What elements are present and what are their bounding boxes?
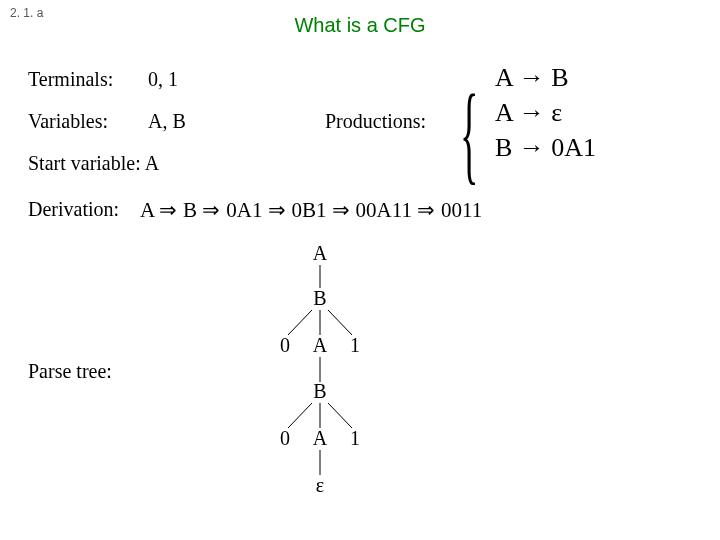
tree-node: ε: [316, 474, 324, 496]
tree-node: 0: [280, 427, 290, 449]
productions-label: Productions:: [325, 110, 426, 133]
double-arrow-icon: ⇒: [159, 198, 183, 221]
tree-node: 1: [350, 427, 360, 449]
variables-label: Variables:: [28, 110, 108, 133]
variables-value: A, B: [148, 110, 186, 133]
svg-line-7: [328, 403, 352, 428]
prod-rhs: 0A1: [551, 133, 596, 162]
double-arrow-icon: ⇒: [417, 198, 441, 221]
prod-lhs: B: [495, 133, 512, 162]
start-variable-label: Start variable: A: [28, 152, 159, 175]
tree-node: B: [313, 380, 326, 402]
prod-rhs: ε: [551, 98, 562, 127]
production-row: B → 0A1: [495, 130, 596, 165]
deriv-step: 0B1: [291, 198, 326, 222]
tree-node: A: [313, 334, 328, 356]
tree-node: 0: [280, 334, 290, 356]
svg-line-1: [288, 310, 312, 335]
arrow-icon: →: [519, 132, 545, 162]
production-row: A → ε: [495, 95, 596, 130]
parse-tree-label: Parse tree:: [28, 360, 112, 383]
svg-line-5: [288, 403, 312, 428]
derivation-label: Derivation:: [28, 198, 119, 221]
terminals-label: Terminals:: [28, 68, 113, 91]
production-row: A → B: [495, 60, 596, 95]
prod-lhs: A: [495, 98, 512, 127]
prod-lhs: A: [495, 63, 512, 92]
deriv-step: 0A1: [226, 198, 262, 222]
tree-node: A: [313, 242, 328, 264]
double-arrow-icon: ⇒: [268, 198, 292, 221]
double-arrow-icon: ⇒: [202, 198, 226, 221]
arrow-icon: →: [519, 62, 545, 92]
prod-rhs: B: [551, 63, 568, 92]
deriv-step: 00A11: [356, 198, 412, 222]
tree-node: B: [313, 287, 326, 309]
brace-icon: {: [460, 70, 478, 197]
deriv-step: A: [140, 198, 154, 222]
terminals-value: 0, 1: [148, 68, 178, 91]
double-arrow-icon: ⇒: [332, 198, 356, 221]
tree-node: A: [313, 427, 328, 449]
arrow-icon: →: [519, 97, 545, 127]
svg-line-3: [328, 310, 352, 335]
deriv-step: B: [183, 198, 197, 222]
deriv-step: 0011: [441, 198, 482, 222]
derivation-steps: A ⇒ B ⇒ 0A1 ⇒ 0B1 ⇒ 00A11 ⇒ 0011: [140, 198, 482, 223]
tree-node: 1: [350, 334, 360, 356]
page-title: What is a CFG: [0, 14, 720, 37]
productions-list: A → B A → ε B → 0A1: [495, 60, 596, 165]
